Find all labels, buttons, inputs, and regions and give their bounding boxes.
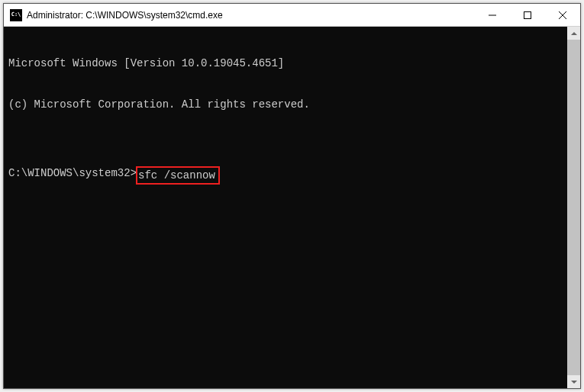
- scrollbar-down-button[interactable]: [567, 375, 580, 388]
- scrollbar-up-button[interactable]: [567, 27, 580, 40]
- chevron-down-icon: [571, 381, 577, 384]
- cmd-icon-text: C:\: [11, 12, 21, 18]
- titlebar[interactable]: C:\ Administrator: C:\WINDOWS\system32\c…: [4, 4, 580, 27]
- terminal-output-line: (c) Microsoft Corporation. All rights re…: [8, 98, 563, 111]
- terminal-area: Microsoft Windows [Version 10.0.19045.46…: [4, 27, 580, 388]
- highlighted-command: sfc /scannow: [136, 166, 220, 185]
- terminal-prompt: C:\WINDOWS\system32>: [8, 166, 137, 180]
- terminal-output-line: Microsoft Windows [Version 10.0.19045.46…: [8, 56, 563, 70]
- terminal-content[interactable]: Microsoft Windows [Version 10.0.19045.46…: [4, 27, 567, 388]
- terminal-prompt-line: C:\WINDOWS\system32>sfc /scannow: [8, 166, 563, 185]
- close-icon: [559, 11, 566, 19]
- vertical-scrollbar[interactable]: [567, 27, 580, 388]
- svg-rect-1: [524, 11, 531, 18]
- chevron-up-icon: [571, 32, 577, 35]
- scrollbar-thumb[interactable]: [567, 40, 580, 375]
- scrollbar-track[interactable]: [567, 40, 580, 375]
- command-prompt-window: C:\ Administrator: C:\WINDOWS\system32\c…: [3, 3, 581, 389]
- maximize-button[interactable]: [510, 4, 545, 26]
- maximize-icon: [524, 11, 531, 19]
- close-button[interactable]: [545, 4, 580, 26]
- window-controls: [475, 4, 580, 26]
- minimize-button[interactable]: [475, 4, 510, 26]
- minimize-icon: [489, 11, 496, 19]
- cmd-icon: C:\: [10, 9, 22, 21]
- window-title: Administrator: C:\WINDOWS\system32\cmd.e…: [27, 10, 223, 21]
